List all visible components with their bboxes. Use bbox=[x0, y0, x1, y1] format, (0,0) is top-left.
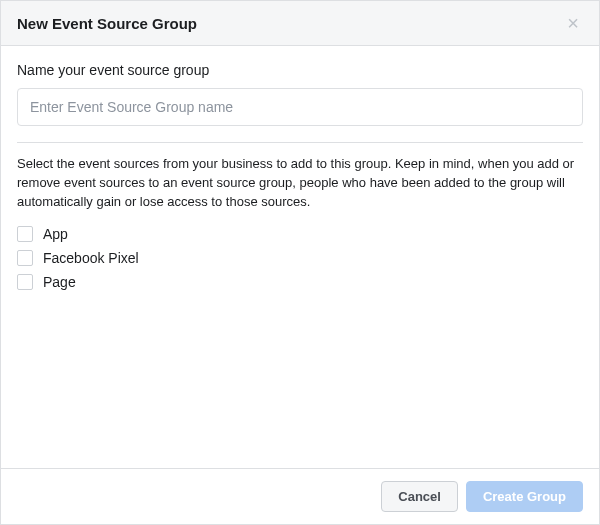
option-page[interactable]: Page bbox=[17, 274, 583, 290]
option-label: Page bbox=[43, 274, 76, 290]
modal-title: New Event Source Group bbox=[17, 15, 197, 32]
modal-header: New Event Source Group × bbox=[1, 1, 599, 46]
checkbox-page[interactable] bbox=[17, 274, 33, 290]
modal-footer: Cancel Create Group bbox=[1, 468, 599, 524]
option-app[interactable]: App bbox=[17, 226, 583, 242]
option-label: App bbox=[43, 226, 68, 242]
close-icon[interactable]: × bbox=[563, 13, 583, 33]
option-facebook-pixel[interactable]: Facebook Pixel bbox=[17, 250, 583, 266]
cancel-button[interactable]: Cancel bbox=[381, 481, 458, 512]
create-group-button[interactable]: Create Group bbox=[466, 481, 583, 512]
name-field-label: Name your event source group bbox=[17, 62, 583, 78]
source-selection-description: Select the event sources from your busin… bbox=[17, 155, 583, 212]
option-label: Facebook Pixel bbox=[43, 250, 139, 266]
checkbox-facebook-pixel[interactable] bbox=[17, 250, 33, 266]
new-event-source-group-modal: New Event Source Group × Name your event… bbox=[0, 0, 600, 525]
section-divider bbox=[17, 142, 583, 143]
event-source-options: App Facebook Pixel Page bbox=[17, 226, 583, 290]
group-name-input[interactable] bbox=[17, 88, 583, 126]
modal-content: Name your event source group Select the … bbox=[1, 46, 599, 468]
checkbox-app[interactable] bbox=[17, 226, 33, 242]
